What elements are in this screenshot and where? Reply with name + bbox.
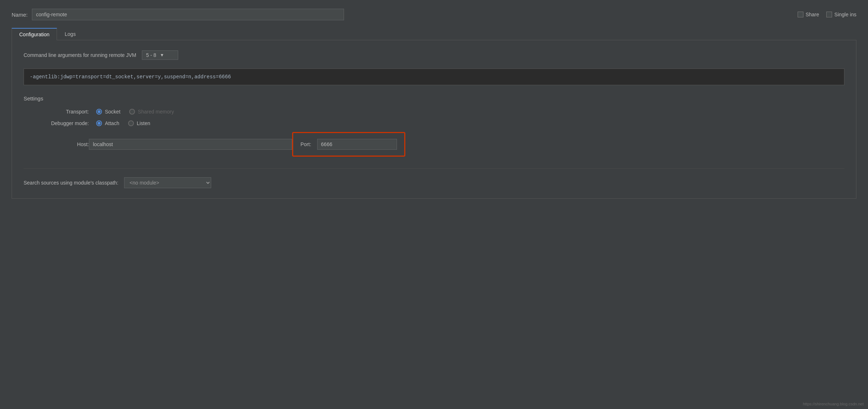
transport-row: Transport: Socket Shared memory (31, 109, 844, 115)
share-checkbox[interactable] (798, 12, 803, 17)
single-instance-checkbox[interactable] (826, 12, 832, 17)
transport-label: Transport: (31, 109, 89, 115)
shared-memory-radio-option[interactable]: Shared memory (129, 109, 174, 115)
top-row: Name: Share Single ins (12, 9, 856, 20)
settings-label: Settings (24, 95, 844, 102)
version-dropdown[interactable]: 5 - 8 ▼ (142, 50, 178, 60)
name-label: Name: (12, 12, 28, 18)
module-dropdown[interactable]: <no module> (124, 177, 211, 188)
module-label: Search sources using module's classpath: (24, 180, 118, 186)
version-value: 5 - 8 (146, 52, 156, 58)
share-checkbox-row[interactable]: Share (798, 12, 819, 17)
settings-grid: Transport: Socket Shared memory Debugger… (24, 109, 844, 157)
name-row: Name: (12, 9, 344, 20)
command-string: -agentlib:jdwp=transport=dt_socket,serve… (30, 74, 231, 80)
single-instance-checkbox-row[interactable]: Single ins (826, 12, 856, 17)
socket-radio-btn[interactable] (96, 109, 102, 115)
socket-label: Socket (105, 109, 120, 115)
socket-radio-option[interactable]: Socket (96, 109, 120, 115)
command-line-label: Command line arguments for running remot… (24, 52, 136, 58)
port-highlight-box: Port: (292, 132, 405, 157)
tab-logs[interactable]: Logs (57, 28, 83, 40)
tab-configuration[interactable]: Configuration (12, 28, 57, 40)
debugger-mode-label: Debugger mode: (31, 120, 89, 126)
name-input[interactable] (32, 9, 344, 20)
single-instance-label: Single ins (834, 12, 856, 17)
attach-radio-btn[interactable] (96, 120, 102, 126)
shared-memory-label: Shared memory (138, 109, 174, 115)
top-right: Share Single ins (798, 12, 856, 17)
attach-radio-option[interactable]: Attach (96, 120, 119, 126)
tabs-bar: Configuration Logs (12, 28, 856, 40)
listen-radio-btn[interactable] (128, 120, 134, 126)
dropdown-arrow-icon: ▼ (160, 53, 164, 58)
share-label: Share (806, 12, 819, 17)
configuration-panel: Command line arguments for running remot… (12, 40, 856, 199)
shared-memory-radio-btn[interactable] (129, 109, 135, 115)
host-label: Host: (31, 141, 89, 147)
attach-label: Attach (105, 120, 119, 126)
listen-radio-option[interactable]: Listen (128, 120, 150, 126)
debugger-mode-radio-group: Attach Listen (96, 120, 150, 126)
watermark: https://shirenchuang.blog.csdn.net (803, 402, 864, 406)
transport-radio-group: Socket Shared memory (96, 109, 174, 115)
listen-label: Listen (137, 120, 150, 126)
command-line-row: Command line arguments for running remot… (24, 50, 844, 60)
command-string-box[interactable]: -agentlib:jdwp=transport=dt_socket,serve… (24, 69, 844, 85)
debugger-mode-row: Debugger mode: Attach Listen (31, 120, 844, 126)
host-port-row: Host: Port: (31, 132, 844, 157)
port-label: Port: (300, 141, 311, 147)
host-input[interactable] (89, 139, 292, 150)
module-row: Search sources using module's classpath:… (24, 168, 844, 188)
port-input[interactable] (317, 139, 397, 150)
